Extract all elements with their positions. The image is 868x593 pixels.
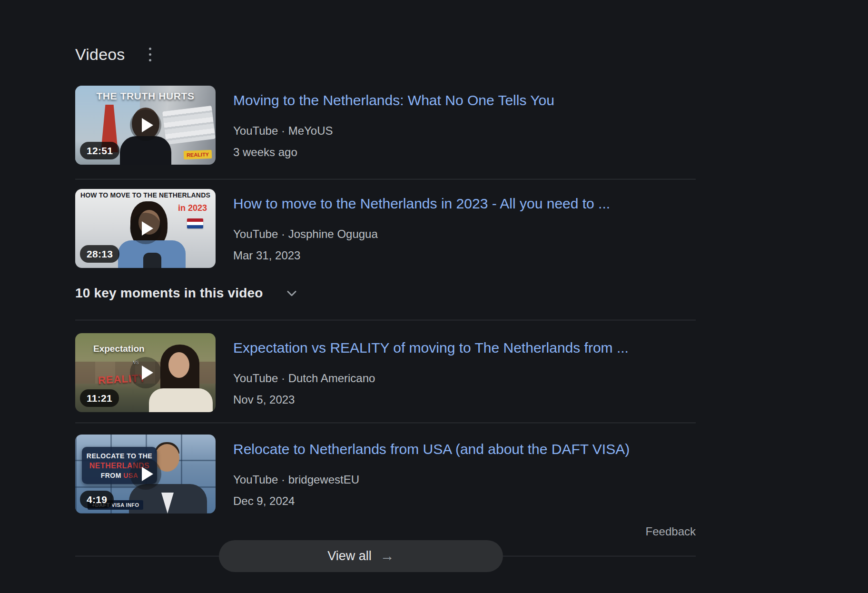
video-result-4: RELOCATE TO THE NETHERLANDS FROM USA +DA… [75,435,696,514]
feedback-row: Feedback [75,525,696,539]
view-all-button[interactable]: View all → [219,540,503,572]
play-icon [130,109,161,141]
video-title-link-1[interactable]: Moving to the Netherlands: What No One T… [233,91,554,109]
video-thumbnail-4[interactable]: RELOCATE TO THE NETHERLANDS FROM USA +DA… [75,435,216,514]
feedback-link[interactable]: Feedback [646,525,696,539]
key-moments-expander[interactable]: 10 key moments in this video [75,285,298,301]
videos-header: Videos [75,44,696,65]
play-icon [130,458,161,490]
view-all-label: View all [327,549,372,563]
video-thumbnail-2[interactable]: HOW TO MOVE TO THE NETHERLANDS in 2023 2… [75,189,216,268]
video-date-4: Dec 9, 2024 [233,494,630,508]
section-title: Videos [75,45,125,64]
video-date-3: Nov 5, 2023 [233,393,629,407]
thumbnail-caption: THE TRUTH HURTS [75,90,216,102]
duration-badge: 4:19 [80,491,114,508]
video-source-3: YouTube · Dutch Americano [233,371,629,385]
netherlands-flag-graphic [187,218,203,228]
thumbnail-year-caption: in 2023 [178,203,207,213]
chevron-down-icon[interactable] [285,287,298,300]
video-result-3: Expectation vs REALITY 11:21 Expectation… [75,333,696,412]
videos-section: Videos THE TRUTH HURTS REALITY 12:51 Mov… [75,0,696,573]
person-silhouette [143,253,161,268]
video-date-1: 3 weeks ago [233,145,554,159]
play-icon [130,357,161,388]
video-source-1: YouTube · MeYoUS [233,124,554,138]
papers-graphic [162,106,216,145]
arrow-right-icon: → [380,549,395,563]
divider [75,423,696,423]
video-info-4: Relocate to Netherlands from USA (and ab… [216,435,630,514]
video-thumbnail-1[interactable]: THE TRUTH HURTS REALITY 12:51 [75,86,216,165]
video-info-3: Expectation vs REALITY of moving to The … [216,333,629,412]
duration-badge: 11:21 [80,389,119,407]
video-thumbnail-3[interactable]: Expectation vs REALITY 11:21 [75,333,216,412]
divider [75,179,696,179]
duration-badge: 12:51 [80,142,119,159]
thumbnail-sticker: REALITY [184,150,212,159]
view-all-section: View all → [75,540,696,573]
video-title-link-2[interactable]: How to move to the Netherlands in 2023 -… [233,195,610,213]
person-silhouette [168,352,189,378]
thumbnail-caption: Expectation [93,344,145,354]
thumbnail-caption: HOW TO MOVE TO THE NETHERLANDS [77,191,214,199]
video-info-1: Moving to the Netherlands: What No One T… [216,86,554,165]
person-silhouette [149,388,213,412]
video-result-1: THE TRUTH HURTS REALITY 12:51 Moving to … [75,86,696,165]
duration-badge: 28:13 [80,245,119,263]
video-source-2: YouTube · Josphine Ogugua [233,227,610,241]
key-moments-label: 10 key moments in this video [75,286,263,301]
video-info-2: How to move to the Netherlands in 2023 -… [216,189,610,268]
video-result-2: HOW TO MOVE TO THE NETHERLANDS in 2023 2… [75,189,696,268]
video-title-link-4[interactable]: Relocate to Netherlands from USA (and ab… [233,440,630,458]
video-source-4: YouTube · bridgewestEU [233,473,630,487]
video-title-link-3[interactable]: Expectation vs REALITY of moving to The … [233,339,629,357]
play-icon [130,213,161,244]
more-options-icon[interactable] [146,45,154,64]
video-date-2: Mar 31, 2023 [233,248,610,263]
divider [75,320,696,320]
